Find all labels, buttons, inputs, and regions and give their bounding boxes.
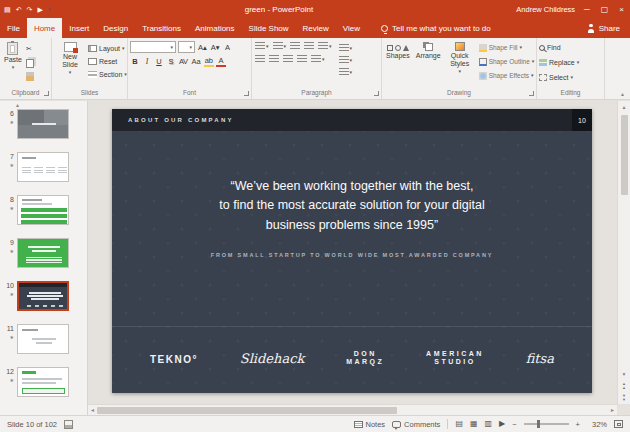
copy-button[interactable] bbox=[26, 57, 36, 68]
text-highlight-button[interactable]: ab bbox=[204, 55, 214, 67]
tab-design[interactable]: Design bbox=[96, 18, 135, 38]
font-name-select[interactable]: ▾ bbox=[130, 41, 176, 53]
slide-7-thumbnail[interactable] bbox=[17, 152, 69, 182]
save-icon[interactable]: ▤ bbox=[4, 6, 11, 13]
fit-slide-to-window-icon[interactable] bbox=[614, 420, 623, 428]
shape-effects-button[interactable]: Shape Effects▾ bbox=[479, 69, 535, 82]
new-slide-button[interactable]: New Slide ▾ bbox=[54, 41, 86, 76]
paragraph-dialog-launcher-icon[interactable] bbox=[374, 91, 379, 96]
next-slide-button[interactable]: ▼▼ bbox=[622, 392, 626, 404]
zoom-percentage[interactable]: 32% bbox=[587, 420, 607, 429]
tab-animations[interactable]: Animations bbox=[188, 18, 242, 38]
undo-icon[interactable]: ↶ bbox=[16, 6, 22, 13]
shape-fill-button[interactable]: Shape Fill▾ bbox=[479, 41, 535, 54]
zoom-in-button[interactable]: + bbox=[576, 420, 580, 429]
justify-button[interactable] bbox=[296, 54, 308, 64]
logo-tekno[interactable]: TEKNO° bbox=[150, 349, 198, 367]
tab-home[interactable]: Home bbox=[27, 18, 62, 38]
previous-slide-button[interactable]: ▲▲ bbox=[622, 380, 626, 392]
clear-formatting-button[interactable]: A bbox=[223, 41, 233, 53]
shape-outline-button[interactable]: Shape Outline▾ bbox=[479, 55, 535, 68]
collapse-ribbon-icon[interactable]: ▲ bbox=[620, 91, 625, 97]
slide-show-view-button[interactable]: ▶ bbox=[499, 420, 505, 428]
paste-button[interactable]: Paste ▾ bbox=[2, 41, 24, 71]
layout-button[interactable]: Layout▾ bbox=[88, 43, 127, 54]
slide-8-thumbnail[interactable] bbox=[17, 195, 69, 225]
tab-review[interactable]: Review bbox=[296, 18, 336, 38]
align-right-button[interactable] bbox=[282, 54, 294, 64]
slide-header-text[interactable]: ABOUT OUR COMPANY bbox=[128, 117, 234, 123]
close-button[interactable]: × bbox=[617, 5, 626, 14]
tab-file[interactable]: File bbox=[0, 18, 27, 38]
decrease-indent-button[interactable] bbox=[289, 41, 301, 51]
signed-in-user[interactable]: Andrew Childress bbox=[516, 5, 575, 14]
slide-11-thumbnail[interactable] bbox=[17, 324, 69, 354]
thumbnails-scroll-up-icon[interactable]: ▲ bbox=[15, 102, 20, 108]
section-button[interactable]: Section▾ bbox=[88, 69, 127, 80]
cut-button[interactable]: ✂ bbox=[26, 43, 36, 54]
bullets-button[interactable]: ▾ bbox=[254, 41, 270, 51]
select-button[interactable]: Select▾ bbox=[539, 71, 573, 84]
format-painter-button[interactable] bbox=[26, 71, 36, 82]
tell-me-box[interactable]: Tell me what you want to do bbox=[381, 18, 491, 38]
quick-styles-button[interactable]: Quick Styles ▾ bbox=[445, 41, 475, 75]
font-color-button[interactable]: A bbox=[216, 55, 226, 67]
drawing-dialog-launcher-icon[interactable] bbox=[529, 91, 534, 96]
clipboard-dialog-launcher-icon[interactable] bbox=[44, 91, 49, 96]
align-left-button[interactable] bbox=[254, 54, 266, 64]
quote-text[interactable]: “We’ve been working together with the be… bbox=[112, 131, 592, 235]
text-direction-button[interactable]: ▾ bbox=[338, 43, 354, 53]
increase-font-size-button[interactable]: A▴ bbox=[197, 41, 208, 53]
character-spacing-button[interactable]: AV bbox=[178, 55, 188, 67]
slide-canvas[interactable]: ABOUT OUR COMPANY 10 “We’ve been working… bbox=[112, 109, 592, 393]
font-size-select[interactable]: ▾ bbox=[178, 41, 195, 53]
comments-button[interactable]: Comments bbox=[392, 420, 440, 429]
tab-insert[interactable]: Insert bbox=[62, 18, 96, 38]
scrollbar-thumb[interactable] bbox=[97, 407, 397, 414]
font-dialog-launcher-icon[interactable] bbox=[244, 91, 249, 96]
change-case-button[interactable]: Aa bbox=[190, 55, 201, 67]
shapes-button[interactable]: Shapes bbox=[384, 41, 412, 61]
decrease-font-size-button[interactable]: A▾ bbox=[210, 41, 221, 53]
scroll-down-icon[interactable]: ▼ bbox=[622, 368, 627, 380]
align-center-button[interactable] bbox=[268, 54, 280, 64]
horizontal-scrollbar[interactable]: ◄ ► bbox=[88, 404, 617, 415]
align-text-button[interactable]: ▾ bbox=[338, 55, 354, 65]
tab-view[interactable]: View bbox=[336, 18, 367, 38]
slide-12-thumbnail[interactable] bbox=[17, 367, 69, 397]
italic-button[interactable]: I bbox=[142, 55, 152, 67]
scrollbar-thumb[interactable] bbox=[621, 115, 628, 195]
reset-button[interactable]: Reset bbox=[88, 56, 127, 67]
tab-transitions[interactable]: Transitions bbox=[135, 18, 188, 38]
find-button[interactable]: Find bbox=[539, 41, 561, 54]
line-spacing-button[interactable]: ▾ bbox=[317, 41, 333, 51]
normal-view-button[interactable]: ▤ bbox=[455, 420, 463, 428]
logo-american-studio[interactable]: AMERICANSTUDIO bbox=[426, 350, 484, 366]
slide-10-thumbnail[interactable] bbox=[17, 281, 69, 311]
columns-button[interactable]: ▾ bbox=[310, 54, 326, 64]
zoom-slider-thumb[interactable] bbox=[537, 420, 540, 428]
logo-fitsa[interactable]: fitsa bbox=[526, 349, 554, 367]
slide-9-thumbnail[interactable] bbox=[17, 238, 69, 268]
replace-button[interactable]: Replace▾ bbox=[539, 56, 579, 69]
increase-indent-button[interactable] bbox=[303, 41, 315, 51]
numbering-button[interactable]: ▾ bbox=[272, 41, 288, 51]
share-button[interactable]: Share bbox=[577, 18, 630, 38]
convert-to-smartart-button[interactable]: ▾ bbox=[338, 67, 354, 77]
zoom-out-button[interactable]: − bbox=[512, 420, 516, 429]
bold-button[interactable]: B bbox=[130, 55, 140, 67]
slide-6-thumbnail[interactable] bbox=[17, 109, 69, 139]
reading-view-button[interactable]: ▥ bbox=[485, 420, 493, 428]
logo-slidehack[interactable]: Slidehack bbox=[240, 349, 305, 367]
notes-button[interactable]: Notes bbox=[354, 420, 386, 429]
zoom-slider[interactable] bbox=[524, 423, 569, 425]
vertical-scrollbar[interactable]: ▲ ▼ ▲▲ ▼▼ bbox=[617, 101, 630, 404]
logo-don-marqz[interactable]: DONMARQZ bbox=[346, 350, 384, 366]
text-shadow-button[interactable]: S bbox=[166, 55, 176, 67]
restore-button[interactable]: ▢ bbox=[599, 5, 611, 14]
underline-button[interactable]: U bbox=[154, 55, 164, 67]
start-slideshow-icon[interactable]: ▶ bbox=[37, 6, 42, 13]
minimize-button[interactable]: ─ bbox=[582, 5, 592, 14]
slide-subtitle[interactable]: FROM SMALL STARTUP TO WORLD WIDE MOST AW… bbox=[112, 252, 592, 258]
scroll-up-icon[interactable]: ▲ bbox=[622, 101, 627, 113]
